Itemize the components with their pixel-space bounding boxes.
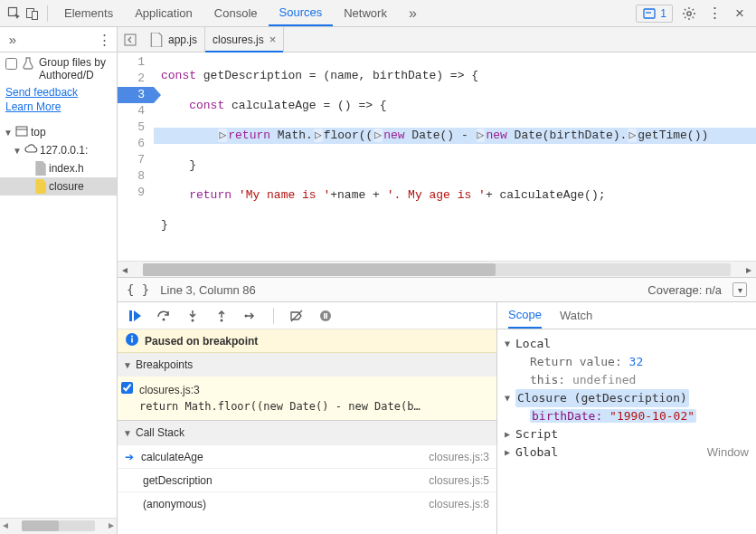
svg-point-15 [320,310,331,321]
tree-file-label: index.h [49,162,84,175]
tab-elements[interactable]: Elements [53,0,124,26]
step-over-icon[interactable] [154,306,174,326]
group-files-checkbox[interactable] [5,58,17,70]
devtools-toolbar: Elements Application Console Sources Net… [0,0,756,27]
tree-top-label: top [31,126,46,138]
scope-global[interactable]: ▶Global Window [505,443,749,462]
close-icon[interactable]: × [731,5,749,23]
callstack-fn: getDescription [143,474,213,487]
inspect-element-icon[interactable] [5,5,24,23]
device-mode-icon[interactable] [24,5,42,23]
info-icon [125,332,139,349]
tree-file-label: closure [49,180,84,193]
file-icon [34,162,47,175]
breakpoint-row[interactable]: closures.js:3 return Math.floor((new Dat… [118,377,496,420]
step-into-icon[interactable] [183,306,203,326]
tab-history-icon[interactable] [118,27,143,52]
gear-icon[interactable] [680,5,698,23]
navigator-scrollbar[interactable]: ◂ ▸ [0,518,117,534]
coverage-toggle-icon[interactable]: ▾ [732,282,747,297]
callstack-loc: closures.js:8 [429,498,489,510]
line-gutter[interactable]: 1 2 3 4 5 6 7 8 9 [118,52,154,261]
code-editor[interactable]: 1 2 3 4 5 6 7 8 9 const getDescription =… [118,52,756,261]
file-tree: ▼ top ▼ 127.0.0.1: [0,119,117,199]
issues-count: 1 [660,7,666,20]
file-tab-label: app.js [168,33,197,46]
issues-badge[interactable]: 1 [636,5,673,23]
kebab-icon[interactable]: ⋮ [705,5,723,23]
experiment-icon [21,56,35,73]
svg-point-13 [245,314,248,317]
scope-local-label: Local [515,335,551,353]
cloud-icon [24,142,38,159]
callstack-row[interactable]: calculateAge closures.js:3 [118,444,496,468]
tab-console[interactable]: Console [203,0,269,26]
pause-on-exceptions-icon[interactable] [316,306,335,326]
breakpoint-file: closures.js:3 [139,382,489,398]
navigator-menu-icon[interactable]: ⋮ [91,27,117,52]
file-icon [150,33,163,46]
tab-network[interactable]: Network [333,0,398,26]
file-tab-closuresjs[interactable]: closures.js × [205,27,284,52]
svg-rect-6 [16,127,27,136]
tree-host[interactable]: ▼ 127.0.0.1: [0,141,117,159]
scope-script[interactable]: ▶Script [505,425,749,443]
braces-icon[interactable]: { } [127,282,149,297]
callstack-header[interactable]: ▼ Call Stack [118,421,496,444]
tab-application[interactable]: Application [124,0,203,26]
tree-file[interactable]: closure [0,177,117,195]
callstack-loc: closures.js:3 [429,451,489,463]
scope-local[interactable]: ▼Local [505,335,749,353]
deactivate-breakpoints-icon[interactable] [287,306,307,326]
window-icon [14,124,29,141]
scope-script-label: Script [515,425,558,443]
tab-sources[interactable]: Sources [269,0,334,26]
code-area[interactable]: const getDescription = (name, birthDate)… [154,52,756,261]
svg-rect-19 [131,339,133,343]
send-feedback-link[interactable]: Send feedback [5,85,111,100]
tab-scope[interactable]: Scope [508,302,542,329]
svg-point-12 [221,319,223,321]
paused-banner: Paused on breakpoint [118,329,496,353]
close-icon[interactable]: × [269,33,277,46]
scope-global-value: Window [707,443,749,462]
svg-rect-3 [644,9,655,18]
step-icon[interactable] [241,306,260,326]
resume-icon[interactable] [125,306,145,326]
scope-entry: this: undefined [505,371,749,389]
panel-tabs: Elements Application Console Sources Net… [53,0,636,26]
svg-rect-9 [129,310,132,321]
editor-scrollbar[interactable]: ◂▸ [118,261,756,277]
editor-status: { } Line 3, Column 86 Coverage: n/a ▾ [118,277,756,302]
tree-host-label: 127.0.0.1: [40,144,88,157]
scope-closure-label: Closure (getDescription) [515,389,689,407]
svg-point-5 [687,11,691,14]
svg-rect-17 [326,313,327,319]
coverage-label: Coverage: n/a [647,283,722,297]
breakpoints-header[interactable]: ▼ Breakpoints [118,353,496,377]
svg-point-10 [163,318,165,320]
callstack-fn: calculateAge [141,451,203,463]
file-tab-label: closures.js [213,33,264,46]
breakpoint-marker[interactable]: 3 [118,87,154,103]
file-tab-bar: app.js closures.js × [118,27,756,52]
scope-closure[interactable]: ▼Closure (getDescription) [505,389,749,407]
callstack-row[interactable]: (anonymous) closures.js:8 [118,491,496,515]
cursor-position: Line 3, Column 86 [160,283,256,297]
scope-entry: birthDate: "1990-10-02" [505,407,749,425]
svg-rect-16 [324,313,326,319]
callstack-row[interactable]: getDescription closures.js:5 [118,468,496,491]
svg-point-20 [131,336,133,338]
tab-watch[interactable]: Watch [560,302,592,329]
navigator-overflow-icon[interactable]: » [0,27,25,52]
group-files-label: Group files by Authored/D [39,56,111,81]
tree-file[interactable]: index.h [0,159,117,177]
step-out-icon[interactable] [212,306,232,326]
file-tab-appjs[interactable]: app.js [143,27,205,52]
callstack-fn: (anonymous) [143,498,206,510]
tab-overflow[interactable]: » [398,0,428,26]
learn-more-link[interactable]: Learn More [5,100,111,114]
breakpoint-checkbox[interactable] [121,382,133,394]
tree-top[interactable]: ▼ top [0,123,117,141]
breakpoints-pane: ▼ Breakpoints closures.js:3 return Math.… [118,353,496,421]
